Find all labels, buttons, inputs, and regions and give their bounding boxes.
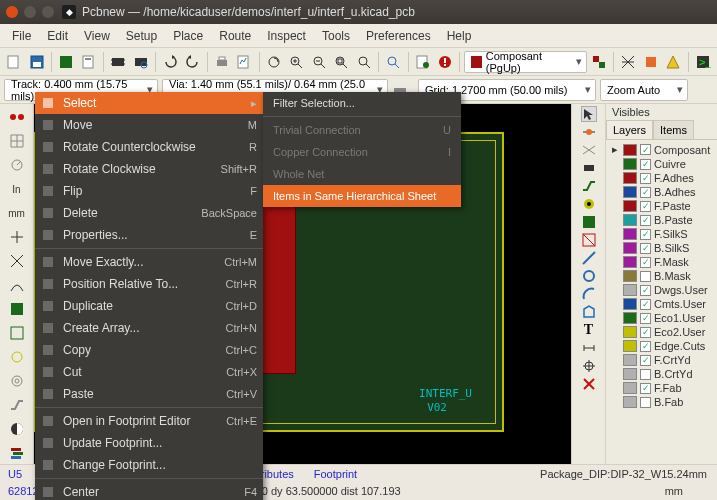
new-icon[interactable]: [4, 51, 25, 73]
layer-checkbox[interactable]: ✓: [640, 299, 651, 310]
zoom-out-icon[interactable]: [309, 51, 330, 73]
layer-checkbox[interactable]: ✓: [640, 285, 651, 296]
highlight-net-icon[interactable]: [581, 124, 597, 140]
add-text-icon[interactable]: T: [584, 322, 593, 338]
ctx-paste[interactable]: PasteCtrl+V: [35, 383, 263, 405]
selection-tool-icon[interactable]: [581, 106, 597, 122]
menu-setup[interactable]: Setup: [118, 25, 165, 47]
menu-route[interactable]: Route: [211, 25, 259, 47]
track-sketch-icon[interactable]: [4, 394, 30, 416]
ctx-copy[interactable]: CopyCtrl+C: [35, 339, 263, 361]
delete-tool-icon[interactable]: [581, 376, 597, 392]
layer-checkbox[interactable]: ✓: [640, 341, 651, 352]
layer-row[interactable]: ✓F.CrtYd: [608, 353, 715, 367]
route-track-icon[interactable]: [581, 178, 597, 194]
layer-checkbox[interactable]: ✓: [640, 327, 651, 338]
layer-row[interactable]: ✓B.Adhes: [608, 185, 715, 199]
zoom-combo[interactable]: Zoom Auto: [600, 79, 688, 101]
zoom-redraw-icon[interactable]: [264, 51, 285, 73]
menu-help[interactable]: Help: [439, 25, 480, 47]
add-target-icon[interactable]: [581, 358, 597, 374]
menu-place[interactable]: Place: [165, 25, 211, 47]
ctx-rotate-counterclockwise[interactable]: Rotate CounterclockwiseR: [35, 136, 263, 158]
layer-checkbox[interactable]: [640, 271, 651, 282]
redo-icon[interactable]: [182, 51, 203, 73]
layer-row[interactable]: ✓Dwgs.User: [608, 283, 715, 297]
layer-row[interactable]: ✓F.SilkS: [608, 227, 715, 241]
via-sketch-icon[interactable]: [4, 370, 30, 392]
zones-outline-icon[interactable]: [4, 322, 30, 344]
units-inches[interactable]: In: [4, 178, 30, 200]
layer-swatch[interactable]: [623, 172, 637, 184]
units-mm[interactable]: mm: [4, 202, 30, 224]
mode-icon[interactable]: [641, 51, 662, 73]
ctx-center[interactable]: CenterF4: [35, 481, 263, 500]
layer-swatch[interactable]: [623, 270, 637, 282]
curved-ratsnest-icon[interactable]: [4, 274, 30, 296]
close-window-button[interactable]: [6, 6, 18, 18]
warning-icon[interactable]: [663, 51, 684, 73]
drc-off-icon[interactable]: [4, 106, 30, 128]
polar-coords-icon[interactable]: [4, 154, 30, 176]
layer-checkbox[interactable]: ✓: [640, 243, 651, 254]
layer-swatch[interactable]: [623, 144, 637, 156]
tab-items[interactable]: Items: [653, 120, 694, 139]
undo-icon[interactable]: [160, 51, 181, 73]
menu-edit[interactable]: Edit: [39, 25, 76, 47]
add-arc-icon[interactable]: [581, 286, 597, 302]
ctx-select[interactable]: Select▸: [35, 92, 263, 114]
layer-row[interactable]: ✓B.Paste: [608, 213, 715, 227]
grid-toggle-icon[interactable]: [4, 130, 30, 152]
sub-items-in-same-hierarchical-sheet[interactable]: Items in Same Hierarchical Sheet: [263, 185, 461, 207]
add-polygon-icon[interactable]: [581, 304, 597, 320]
layer-checkbox[interactable]: [640, 369, 651, 380]
page-settings-icon[interactable]: [78, 51, 99, 73]
layer-swatch[interactable]: [623, 396, 637, 408]
ratsnest-icon[interactable]: [618, 51, 639, 73]
contrast-mode-icon[interactable]: [4, 418, 30, 440]
layer-checkbox[interactable]: [640, 397, 651, 408]
layer-checkbox[interactable]: ✓: [640, 201, 651, 212]
layer-row[interactable]: ✓B.SilkS: [608, 241, 715, 255]
layer-checkbox[interactable]: ✓: [640, 144, 651, 155]
netlist-icon[interactable]: [412, 51, 433, 73]
ctx-delete[interactable]: DeleteBackSpace: [35, 202, 263, 224]
layer-row[interactable]: ✓Cmts.User: [608, 297, 715, 311]
layer-swatch[interactable]: [623, 284, 637, 296]
layer-row[interactable]: ✓Eco1.User: [608, 311, 715, 325]
add-footprint-icon[interactable]: [581, 160, 597, 176]
zoom-selection-icon[interactable]: [354, 51, 375, 73]
ctx-move-exactly-[interactable]: Move Exactly...Ctrl+M: [35, 251, 263, 273]
zones-fill-icon[interactable]: [4, 298, 30, 320]
layer-swatch[interactable]: [623, 200, 637, 212]
layer-checkbox[interactable]: ✓: [640, 187, 651, 198]
layer-swatch[interactable]: [623, 256, 637, 268]
menu-view[interactable]: View: [76, 25, 118, 47]
layer-row[interactable]: ✓F.Paste: [608, 199, 715, 213]
layer-swatch[interactable]: [623, 326, 637, 338]
ctx-cut[interactable]: CutCtrl+X: [35, 361, 263, 383]
add-via-icon[interactable]: [581, 196, 597, 212]
ctx-create-array-[interactable]: Create Array...Ctrl+N: [35, 317, 263, 339]
zoom-in-icon[interactable]: [286, 51, 307, 73]
add-line-icon[interactable]: [581, 250, 597, 266]
layer-swatch[interactable]: [623, 340, 637, 352]
layer-swatch[interactable]: [623, 228, 637, 240]
ctx-duplicate[interactable]: DuplicateCtrl+D: [35, 295, 263, 317]
layer-row[interactable]: ✓Cuivre: [608, 157, 715, 171]
layer-swatch[interactable]: [623, 368, 637, 380]
layer-swatch[interactable]: [623, 298, 637, 310]
layer-selector[interactable]: Composant (PgUp): [464, 51, 586, 73]
layer-checkbox[interactable]: ✓: [640, 159, 651, 170]
drc-icon[interactable]: [435, 51, 456, 73]
layer-swatch[interactable]: [623, 312, 637, 324]
layer-row[interactable]: B.Fab: [608, 395, 715, 409]
layer-checkbox[interactable]: ✓: [640, 215, 651, 226]
add-circle-icon[interactable]: [581, 268, 597, 284]
layer-checkbox[interactable]: ✓: [640, 229, 651, 240]
layer-checkbox[interactable]: ✓: [640, 313, 651, 324]
layer-row[interactable]: ✓F.Mask: [608, 255, 715, 269]
layer-swatch[interactable]: [623, 158, 637, 170]
layer-row[interactable]: B.Mask: [608, 269, 715, 283]
add-dimension-icon[interactable]: [581, 340, 597, 356]
